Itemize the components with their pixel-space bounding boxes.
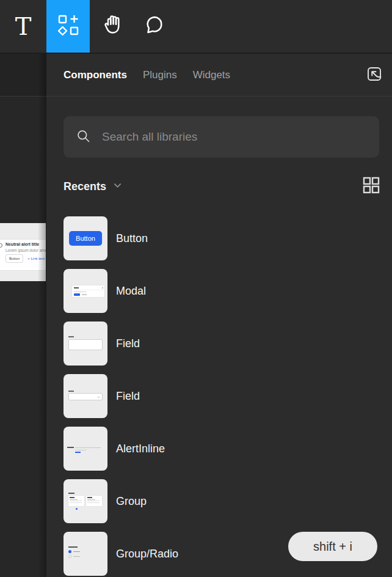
arrow-up-left-box-icon	[365, 65, 383, 86]
tabs: ComponentsPluginsWidgets	[46, 54, 392, 97]
preview-field-input	[68, 339, 103, 350]
top-toolbar: T	[0, 0, 392, 54]
preview-field-label	[68, 391, 74, 392]
preview-group-radio	[68, 546, 78, 548]
component-label: Button	[116, 232, 148, 245]
text-icon: T	[15, 14, 32, 39]
open-as-window-button[interactable]	[363, 64, 386, 87]
canvas-top-region	[0, 54, 46, 97]
component-label: Group/Radio	[116, 548, 178, 560]
comment-tool-button[interactable]	[139, 0, 170, 53]
panel-shadow	[38, 54, 46, 577]
canvas-artboard[interactable]: Neutral alert title Lorem ipsum dolor am…	[0, 223, 46, 281]
list-item[interactable]: Field	[64, 317, 392, 370]
grid-view-button[interactable]	[361, 177, 381, 196]
components-list: ButtonButtonModalFieldFieldAlertInlineGr…	[64, 212, 392, 577]
tab-widgets[interactable]: Widgets	[193, 69, 230, 81]
list-item[interactable]: AlertInline	[64, 422, 392, 475]
component-thumbnail	[64, 269, 107, 313]
preview-modal	[72, 285, 104, 297]
assets-tool-button[interactable]	[46, 0, 90, 53]
hand-icon	[100, 13, 125, 40]
component-thumbnail	[64, 322, 107, 366]
assets-icon	[57, 13, 80, 39]
component-label: Modal	[116, 285, 146, 298]
alert-actions: Button + Link text	[5, 254, 45, 263]
list-item[interactable]: Modal	[64, 265, 392, 317]
preview-alert-inline	[67, 447, 74, 448]
shortcut-hint-pill: shift + i	[288, 532, 377, 561]
hand-tool-button[interactable]	[96, 0, 128, 53]
info-icon	[0, 243, 2, 248]
alert-button[interactable]: Button	[5, 254, 23, 263]
preview-button: Button	[69, 231, 102, 246]
search-input[interactable]	[102, 130, 368, 144]
preview-field-select	[68, 393, 103, 400]
canvas-alert-component[interactable]: Neutral alert title Lorem ipsum dolor am…	[0, 239, 46, 271]
list-item[interactable]: ButtonButton	[64, 212, 392, 265]
alert-title: Neutral alert title	[5, 242, 39, 246]
component-thumbnail	[64, 374, 107, 418]
preview-group	[68, 493, 74, 494]
alert-body: Lorem ipsum dolor amet consec	[5, 248, 46, 252]
preview-field-label	[68, 336, 74, 337]
list-item[interactable]: Field	[64, 370, 392, 422]
component-thumbnail	[64, 479, 107, 523]
text-tool-button[interactable]: T	[7, 0, 39, 53]
search-box	[64, 116, 379, 158]
recents-dropdown[interactable]: Recents	[64, 180, 122, 193]
component-label: AlertInline	[116, 443, 165, 455]
component-label: Field	[116, 390, 140, 403]
canvas-area[interactable]: Neutral alert title Lorem ipsum dolor am…	[0, 54, 46, 577]
component-thumbnail: Button	[64, 216, 107, 260]
search-icon	[75, 128, 92, 147]
tab-components[interactable]: Components	[64, 69, 127, 81]
tab-plugins[interactable]: Plugins	[143, 69, 177, 81]
component-thumbnail	[64, 532, 107, 576]
list-item[interactable]: Group	[64, 475, 392, 527]
comment-icon	[143, 14, 165, 39]
alert-link[interactable]: + Link text	[27, 257, 45, 260]
grid-view-icon	[363, 177, 380, 196]
component-thumbnail	[64, 427, 107, 471]
chevron-down-icon	[113, 181, 122, 192]
component-label: Field	[116, 337, 140, 350]
shortcut-hint-label: shift + i	[313, 540, 352, 554]
recents-header: Recents	[64, 176, 381, 197]
component-label: Group	[116, 495, 147, 508]
assets-panel: ComponentsPluginsWidgets Recents	[46, 54, 392, 577]
recents-title: Recents	[64, 180, 106, 193]
